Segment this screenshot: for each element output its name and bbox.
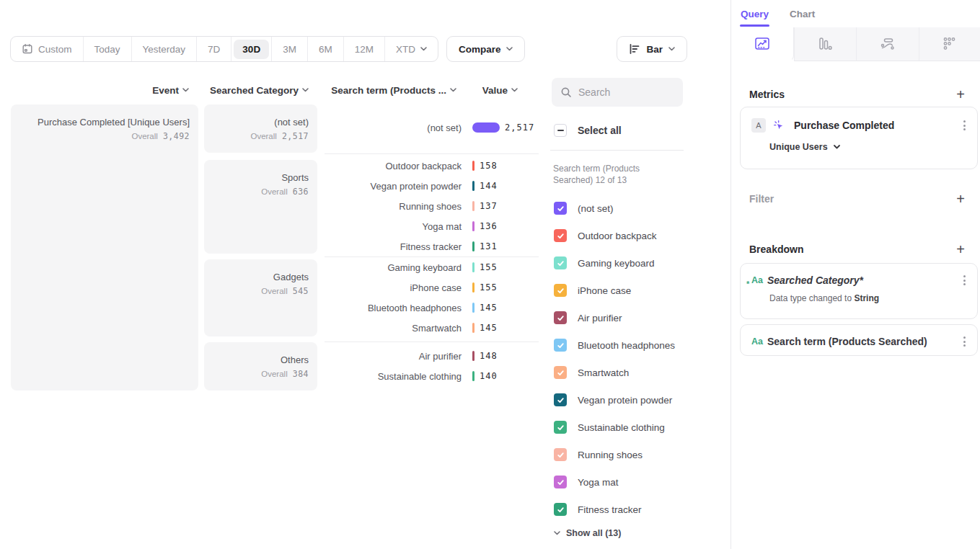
legend-item-air-purifier[interactable]: Air purifier <box>554 311 622 324</box>
series-checkbox[interactable] <box>554 476 567 488</box>
aggregation-dropdown[interactable]: Unique Users <box>769 142 840 152</box>
breakdown-item-search-term-products-searched[interactable]: AaSearch term (Products Searched) <box>740 324 978 356</box>
column-header-searched-category[interactable]: Searched Category <box>195 84 309 96</box>
series-checkbox[interactable] <box>554 202 567 215</box>
legend-item-outdoor-backpack[interactable]: Outdoor backpack <box>554 229 657 242</box>
date-range-xtd[interactable]: XTD <box>384 37 438 61</box>
column-header-event[interactable]: Event <box>72 84 189 96</box>
value-bar[interactable] <box>472 221 474 231</box>
report-tab-retention[interactable] <box>919 27 980 61</box>
series-checkbox[interactable] <box>554 284 567 297</box>
value-bar[interactable] <box>472 351 474 361</box>
series-checkbox[interactable] <box>554 366 567 379</box>
checkmark-icon <box>557 259 565 267</box>
legend-item-bluetooth-headphones[interactable]: Bluetooth headphones <box>554 339 675 352</box>
legend-item-vegan-protein-powder[interactable]: Vegan protein powder <box>554 393 672 406</box>
value-text: 145 <box>480 323 498 333</box>
column-header-value[interactable]: Value <box>462 84 518 96</box>
date-range-yesterday[interactable]: Yesterday <box>131 37 197 61</box>
select-all-checkbox[interactable] <box>554 124 567 137</box>
value-bar[interactable] <box>472 323 474 333</box>
metric-event-name: Purchase Completed <box>794 120 894 131</box>
add-breakdown-button[interactable]: + <box>952 241 969 258</box>
value-bar[interactable] <box>472 262 474 272</box>
flows-icon <box>880 36 896 52</box>
value-bar[interactable] <box>472 241 474 251</box>
legend-item-label: (not set) <box>578 203 614 214</box>
value-bar[interactable] <box>472 282 474 293</box>
legend-item-yoga-mat[interactable]: Yoga mat <box>554 476 619 488</box>
show-all-button[interactable]: Show all (13) <box>554 528 621 538</box>
date-range-3m[interactable]: 3M <box>271 37 307 61</box>
date-range-custom[interactable]: Custom <box>11 37 83 61</box>
series-checkbox[interactable] <box>554 339 567 352</box>
insights-icon <box>754 36 770 52</box>
legend-item-label: Outdoor backpack <box>578 231 657 241</box>
metrics-heading: Metrics <box>749 89 785 100</box>
date-range-6m[interactable]: 6M <box>307 37 343 61</box>
add-metric-button[interactable]: + <box>952 86 969 103</box>
category-cell-not-set: (not set)Overall2,517 <box>204 104 317 153</box>
value-bar[interactable] <box>472 161 474 171</box>
checkmark-icon <box>557 287 565 295</box>
chart-row-outdoor-backpack: Outdoor backpack158 <box>317 156 542 176</box>
category-cell-gadgets: GadgetsOverall545 <box>204 259 317 336</box>
chart-row-vegan-protein-powder: Vegan protein powder144 <box>317 176 542 196</box>
series-checkbox[interactable] <box>554 448 567 461</box>
date-range-7d[interactable]: 7D <box>196 37 231 61</box>
value-text: 158 <box>480 161 498 171</box>
value-bar[interactable] <box>472 181 474 191</box>
add-filter-button[interactable]: + <box>952 190 969 207</box>
legend-item-iphone-case[interactable]: iPhone case <box>554 284 631 297</box>
metric-card[interactable]: A Purchase Completed Unique Users <box>740 107 978 169</box>
column-header-search-term[interactable]: Search term (Products ... <box>317 84 456 96</box>
legend-item-sustainable-clothing[interactable]: Sustainable clothing <box>554 421 665 434</box>
date-range-today[interactable]: Today <box>83 37 131 61</box>
indeterminate-icon <box>557 130 564 131</box>
legend-item-running-shoes[interactable]: Running shoes <box>554 448 643 461</box>
value-bar[interactable] <box>472 122 500 133</box>
metric-kebab-menu[interactable] <box>961 117 968 133</box>
chart-row-air-purifier: Air purifier148 <box>317 346 542 366</box>
tab-chart[interactable]: Chart <box>789 6 816 27</box>
query-panel: Query Chart Metrics + A Purchase Complet… <box>730 0 980 549</box>
series-checkbox[interactable] <box>554 421 567 434</box>
tab-query[interactable]: Query <box>740 6 769 27</box>
report-tab-insights[interactable] <box>731 27 794 61</box>
value-bar[interactable] <box>472 303 474 313</box>
select-all-row[interactable]: Select all <box>554 124 622 137</box>
value-bar[interactable] <box>472 371 474 381</box>
checkmark-icon <box>557 232 565 240</box>
value-bar[interactable] <box>472 201 474 211</box>
legend-item-smartwatch[interactable]: Smartwatch <box>554 366 629 379</box>
series-checkbox[interactable] <box>554 256 567 269</box>
legend-item-fitness-tracker[interactable]: Fitness tracker <box>554 503 642 516</box>
series-checkbox[interactable] <box>554 503 567 516</box>
search-term-label: Fitness tracker <box>317 241 462 252</box>
group-separator <box>325 342 539 342</box>
value-text: 2,517 <box>505 122 534 133</box>
report-tab-flows[interactable] <box>856 27 919 61</box>
breakdown-item-searched-category[interactable]: Aa*Searched Category*Data type changed t… <box>740 263 978 319</box>
checkmark-icon <box>557 314 565 322</box>
value-text: 148 <box>480 351 498 361</box>
calendar-icon <box>22 43 33 55</box>
series-checkbox[interactable] <box>554 311 567 324</box>
checkmark-icon <box>557 424 565 432</box>
breakdown-kebab-menu[interactable] <box>961 272 968 288</box>
date-range-label: Custom <box>38 44 72 55</box>
breakdown-property-name: Searched Category* <box>767 274 863 286</box>
legend-item-gaming-keyboard[interactable]: Gaming keyboard <box>554 256 655 269</box>
series-checkbox[interactable] <box>554 393 567 406</box>
compare-button[interactable]: Compare <box>446 36 526 62</box>
report-tab-funnels[interactable] <box>794 27 857 61</box>
search-input[interactable] <box>578 86 665 98</box>
date-range-30d[interactable]: 30D <box>231 37 271 61</box>
search-term-label: Gaming keyboard <box>317 262 462 273</box>
breakdown-kebab-menu[interactable] <box>961 334 968 349</box>
date-range-12m[interactable]: 12M <box>343 37 384 61</box>
breakdown-heading: Breakdown <box>749 244 803 255</box>
legend-item-not-set[interactable]: (not set) <box>554 202 614 215</box>
legend-search[interactable] <box>552 78 683 107</box>
series-checkbox[interactable] <box>554 229 567 242</box>
